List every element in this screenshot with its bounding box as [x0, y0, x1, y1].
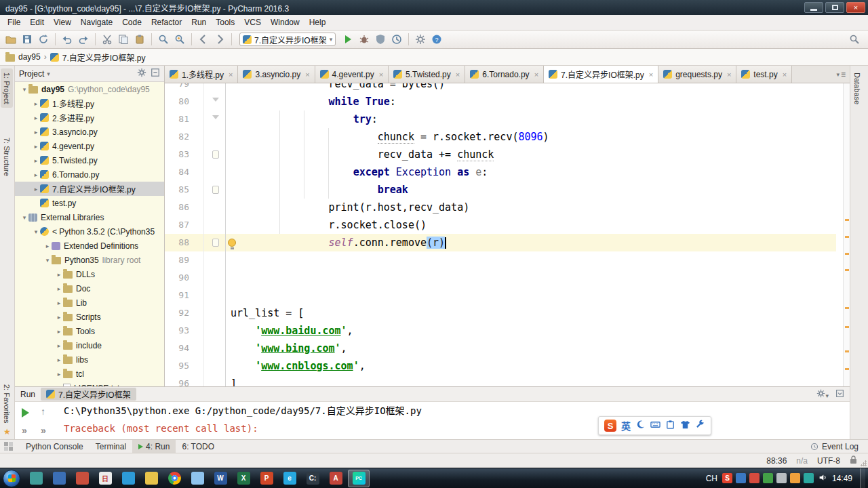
taskbar-app-app-white[interactable]: 日: [94, 470, 116, 487]
toolwindow-button-6--todo[interactable]: 6: TODO: [176, 440, 220, 453]
code-line[interactable]: 80 while True:: [165, 93, 836, 110]
editor-tab[interactable]: grequests.py×: [658, 66, 736, 83]
paste-button[interactable]: [132, 32, 148, 47]
taskbar-app-cmd[interactable]: C:: [302, 470, 323, 487]
speaker-icon[interactable]: [818, 473, 827, 484]
menu-item-edit[interactable]: Edit: [25, 15, 49, 30]
editor-tab[interactable]: 5.Twisted.py×: [389, 66, 465, 83]
taskbar-app-messenger[interactable]: [117, 470, 139, 487]
code-line[interactable]: 91: [165, 287, 836, 304]
caret-position[interactable]: 88:36: [766, 456, 787, 466]
tree-toggle-icon[interactable]: ▸: [32, 100, 40, 107]
breadcrumb-project[interactable]: day95: [18, 52, 41, 62]
menu-item-tools[interactable]: Tools: [211, 15, 239, 30]
menu-item-navigate[interactable]: Navigate: [76, 15, 117, 30]
tree-toggle-icon[interactable]: ▾: [20, 214, 28, 221]
rerun-button[interactable]: [22, 408, 29, 418]
lock-icon[interactable]: [850, 455, 857, 466]
hide-panel-icon[interactable]: [835, 389, 844, 400]
taskbar-app-explorer-folder[interactable]: [140, 470, 162, 487]
tree-toggle-icon[interactable]: ▾: [20, 86, 28, 93]
menu-item-file[interactable]: File: [3, 15, 25, 30]
run-configuration-selector[interactable]: 7.自定义异步IO框架 ▾: [239, 33, 336, 46]
code-line[interactable]: 96]: [165, 375, 836, 386]
editor-tab[interactable]: 3.asyncio.py×: [238, 66, 315, 83]
tree-item[interactable]: ▸4.gevent.py: [15, 139, 164, 153]
tree-item[interactable]: ▸Extended Definitions: [15, 239, 164, 253]
highlighting-level[interactable]: n/a: [796, 456, 808, 466]
forward-button[interactable]: [212, 32, 228, 47]
tree-item[interactable]: ▸5.Twisted.py: [15, 153, 164, 167]
taskbar-clock[interactable]: 14:49: [832, 474, 852, 483]
ime-language-toggle[interactable]: 英: [621, 419, 631, 432]
open-button[interactable]: [3, 32, 19, 47]
redo-button[interactable]: [75, 32, 92, 47]
language-indicator[interactable]: CH: [706, 474, 717, 483]
code-line[interactable]: 87 r.socket.close(): [165, 216, 836, 234]
menu-item-run[interactable]: Run: [186, 15, 211, 30]
tree-item[interactable]: ▸Scripts: [15, 310, 164, 324]
menu-item-vcs[interactable]: VCS: [239, 15, 266, 30]
editor-tab[interactable]: test.py×: [736, 66, 792, 83]
tab-list-dropdown[interactable]: ▾≡: [832, 66, 850, 83]
maximize-button[interactable]: [825, 2, 844, 13]
editor-tab[interactable]: 4.gevent.py×: [315, 66, 389, 83]
find-button[interactable]: [155, 32, 172, 47]
tree-item[interactable]: test.py: [15, 196, 164, 210]
code-line[interactable]: 81 try:: [165, 110, 836, 128]
tray-sogou-icon[interactable]: S: [722, 473, 732, 483]
close-tab-icon[interactable]: ×: [379, 70, 383, 79]
copy-button[interactable]: [115, 32, 132, 47]
code-line[interactable]: 92url_list = [: [165, 304, 836, 322]
code-line[interactable]: 94 'www.bing.com',: [165, 340, 836, 357]
editor-tab[interactable]: 1.多线程.py×: [165, 66, 238, 83]
close-tab-icon[interactable]: ×: [456, 70, 460, 79]
toolwindow-button-4--run[interactable]: 4: Run: [132, 440, 176, 453]
tree-item[interactable]: ▸libs: [15, 352, 164, 367]
menu-item-code[interactable]: Code: [117, 15, 146, 30]
cut-button[interactable]: [99, 32, 115, 47]
run-console-output[interactable]: C:\Python35\python.exe G:/python_code/da…: [64, 402, 850, 439]
replace-button[interactable]: [172, 32, 188, 47]
tree-toggle-icon[interactable]: ▸: [55, 285, 63, 292]
code-line[interactable]: 88 self.conn.remove(r): [165, 234, 836, 251]
start-button[interactable]: [3, 470, 20, 487]
up-stacktrace-icon[interactable]: ↑: [41, 406, 45, 417]
taskbar-app-word[interactable]: W: [210, 470, 231, 487]
minimize-button[interactable]: [804, 2, 823, 13]
taskbar-app-pycharm[interactable]: PC: [348, 470, 370, 487]
code-line[interactable]: 83 recv_data += chunck: [165, 146, 836, 163]
taskbar-app-app-frame[interactable]: [186, 470, 208, 487]
tree-item[interactable]: ▾day95G:\python_code\day95: [15, 82, 164, 96]
menu-item-refactor[interactable]: Refactor: [146, 15, 186, 30]
taskbar-app-powerpoint[interactable]: P: [256, 470, 277, 487]
tree-toggle-icon[interactable]: ▸: [32, 129, 40, 136]
tray-tray-red-icon[interactable]: [749, 473, 760, 483]
tree-toggle-icon[interactable]: ▸: [55, 300, 63, 306]
project-settings-gear-icon[interactable]: [137, 68, 146, 79]
close-tab-icon[interactable]: ×: [534, 70, 538, 79]
tree-item[interactable]: ▸Tools: [15, 324, 164, 338]
collapse-chevron-icon[interactable]: »: [22, 425, 27, 436]
tree-item[interactable]: ▸2.多进程.py: [15, 110, 164, 125]
editor-tab[interactable]: 6.Tornado.py×: [465, 66, 544, 83]
taskbar-app-app-red[interactable]: [71, 470, 93, 487]
tree-item[interactable]: ▸6.Tornado.py: [15, 167, 164, 182]
code-editor[interactable]: 79 recv_data = bytes()80 while True:81 t…: [165, 83, 843, 386]
tree-item[interactable]: ▸7.自定义异步IO框架.py: [15, 182, 164, 196]
collapse-chevron-icon[interactable]: »: [41, 425, 46, 436]
sogou-logo-icon[interactable]: S: [604, 420, 616, 432]
tree-toggle-icon[interactable]: ▸: [55, 357, 63, 363]
ime-toolbox-wrench-icon[interactable]: [695, 420, 705, 432]
settings-button[interactable]: [412, 32, 429, 47]
tree-toggle-icon[interactable]: ▸: [55, 342, 63, 349]
tool-stripe-favorites[interactable]: 2: Favorites: [2, 380, 12, 427]
tool-stripe-project[interactable]: 1: Project: [1, 68, 13, 108]
taskbar-app-excel[interactable]: X: [233, 470, 254, 487]
tree-toggle-icon[interactable]: ▸: [55, 271, 63, 278]
tree-item[interactable]: LICENSE.txt: [15, 381, 164, 386]
taskbar-app-app-blue[interactable]: [48, 470, 70, 487]
code-line[interactable]: 95 'www.cnblogs.com',: [165, 357, 836, 375]
favorites-star-icon[interactable]: ★: [3, 427, 11, 436]
debug-button[interactable]: [356, 32, 372, 47]
